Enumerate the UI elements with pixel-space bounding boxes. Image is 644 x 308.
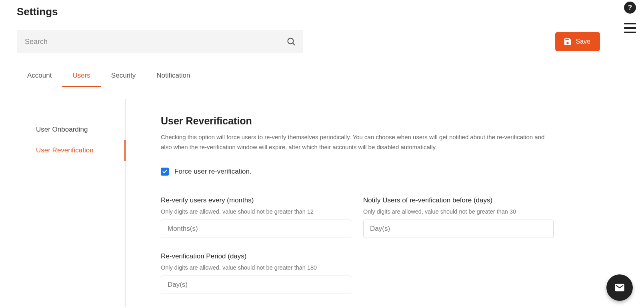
- search-icon: [286, 37, 296, 46]
- hamburger-icon: [624, 27, 636, 28]
- tab-notification[interactable]: Notification: [146, 66, 200, 87]
- hamburger-icon: [624, 32, 636, 33]
- tab-account[interactable]: Account: [17, 66, 62, 87]
- sidebar-item-user-reverification[interactable]: User Reverification: [17, 140, 126, 161]
- svg-point-0: [288, 38, 294, 44]
- search-input[interactable]: [17, 30, 286, 53]
- section-description: Checking this option will force users to…: [161, 132, 545, 152]
- main-panel: User Reverification Checking this option…: [126, 99, 558, 307]
- field-reverify-period: Re-verification Period (days) Only digit…: [161, 252, 351, 294]
- force-reverification-label: Force user re-verification.: [174, 168, 252, 176]
- hamburger-menu-button[interactable]: [624, 23, 636, 33]
- search-box[interactable]: [17, 30, 303, 53]
- tab-security[interactable]: Security: [101, 66, 146, 87]
- field-reverify-every: Re-verify users every (months) Only digi…: [161, 196, 351, 238]
- field-label: Re-verification Period (days): [161, 252, 351, 260]
- help-button[interactable]: ?: [624, 2, 636, 14]
- contact-mail-button[interactable]: [606, 274, 633, 301]
- section-title: User Reverification: [161, 115, 558, 127]
- reverify-every-input[interactable]: [161, 220, 351, 238]
- tab-users[interactable]: Users: [62, 66, 100, 87]
- field-label: Notify Users of re-verification before (…: [363, 196, 554, 204]
- page-title: Settings: [17, 6, 600, 18]
- save-button[interactable]: Save: [555, 32, 600, 51]
- save-icon: [563, 37, 572, 46]
- field-hint: Only digits are allowed, value should no…: [161, 264, 351, 271]
- field-notify-before: Notify Users of re-verification before (…: [363, 196, 554, 238]
- notify-before-input[interactable]: [363, 220, 554, 238]
- mail-icon: [614, 282, 625, 293]
- save-button-label: Save: [576, 38, 590, 45]
- help-icon: ?: [628, 4, 632, 12]
- force-reverification-checkbox[interactable]: [161, 168, 169, 176]
- hamburger-icon: [624, 23, 636, 24]
- sidebar-item-user-onboarding[interactable]: User Onboarding: [17, 119, 126, 140]
- tabs: Account Users Security Notification: [17, 66, 600, 87]
- reverify-period-input[interactable]: [161, 276, 351, 294]
- field-label: Re-verify users every (months): [161, 196, 351, 204]
- svg-line-1: [293, 43, 295, 45]
- sidebar: User Onboarding User Reverification: [17, 99, 126, 307]
- check-icon: [162, 169, 168, 174]
- field-hint: Only digits are allowed, value should no…: [363, 208, 554, 215]
- field-hint: Only digits are allowed, value should no…: [161, 208, 351, 215]
